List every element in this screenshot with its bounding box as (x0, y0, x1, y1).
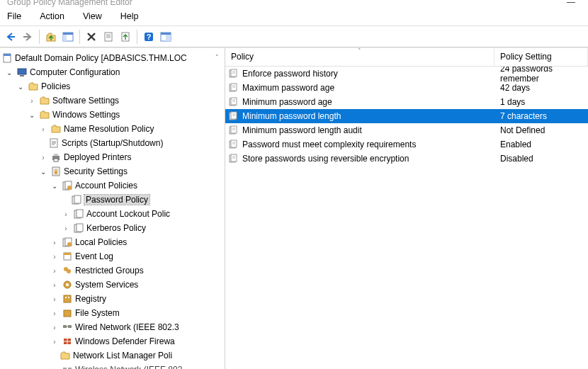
menubar: File Action View Help (0, 7, 588, 26)
expand-icon[interactable]: › (50, 336, 60, 346)
policy-icon (1, 52, 13, 64)
tree-item-label: Kerberos Policy (86, 223, 146, 233)
tree-item-label: Network List Manager Poli (73, 351, 172, 361)
policy-row[interactable]: Maximum password age42 days (225, 81, 588, 95)
policy-row[interactable]: Minimum password length auditNot Defined (225, 123, 588, 137)
computer-icon (16, 67, 28, 78)
tree-pane[interactable]: ˄ Default Domain Policy [ADBASICS.THM.LO… (0, 48, 225, 369)
tree-node-defender-firewall[interactable]: › Windows Defender Firewa (1, 334, 225, 348)
help-button[interactable]: ? (141, 29, 157, 45)
policy-item-icon (228, 153, 239, 164)
policy-setting: 7 characters (500, 111, 547, 121)
groups-icon (62, 265, 73, 276)
toolbar-separator (39, 30, 40, 44)
policy-row[interactable]: Minimum password age1 days (225, 95, 588, 109)
expand-icon[interactable]: › (61, 209, 71, 219)
forward-button[interactable] (20, 29, 35, 45)
svg-rect-12 (161, 33, 171, 35)
up-button[interactable] (43, 29, 59, 45)
expand-icon[interactable]: › (27, 96, 37, 106)
tree-node-wireless-network[interactable]: › Wireless Network (IEEE 802 (1, 363, 225, 369)
menu-file[interactable]: File (4, 10, 24, 23)
expand-icon[interactable]: › (50, 308, 60, 318)
show-hide-tree-button[interactable] (60, 29, 76, 45)
expand-icon[interactable]: › (50, 237, 60, 247)
tree-node-name-resolution[interactable]: › Name Resolution Policy (1, 122, 225, 136)
tree-node-system-services[interactable]: › System Services (1, 278, 225, 292)
policy-row[interactable]: Password must meet complexity requiremen… (225, 137, 588, 152)
tree-root-node[interactable]: Default Domain Policy [ADBASICS.THM.LOC (1, 51, 225, 65)
svg-rect-2 (63, 33, 73, 35)
tree-item-label: Account Lockout Polic (86, 209, 170, 219)
expand-icon[interactable]: › (38, 152, 48, 162)
tree-node-account-lockout[interactable]: › Account Lockout Polic (1, 207, 225, 221)
tree-item-label: Default Domain Policy [ADBASICS.THM.LOC (15, 53, 187, 63)
titlebar: Group Policy Management Editor — (0, 0, 588, 7)
policy-item-icon (228, 125, 239, 136)
column-header-policy[interactable]: Policy ˄ (225, 48, 494, 66)
expand-icon[interactable]: ⌄ (38, 166, 48, 176)
tree-node-computer-config[interactable]: ⌄ Computer Configuration (1, 65, 225, 79)
properties-button[interactable] (101, 29, 116, 45)
policy-group-icon (62, 237, 73, 248)
tree-node-wired-network[interactable]: › Wired Network (IEEE 802.3 (1, 320, 225, 334)
expand-icon[interactable]: › (50, 322, 60, 332)
minimize-button[interactable]: — (567, 0, 575, 7)
tree-node-policies[interactable]: ⌄ Policies (1, 79, 225, 93)
tree-node-restricted-groups[interactable]: › Restricted Groups (1, 263, 225, 278)
expand-icon[interactable]: ⌄ (27, 110, 37, 120)
menu-action[interactable]: Action (37, 10, 67, 23)
export-button[interactable] (118, 29, 133, 45)
svg-rect-28 (74, 195, 81, 203)
svg-rect-4 (105, 33, 112, 41)
column-header-label: Policy (231, 52, 254, 62)
tree-node-windows-settings[interactable]: ⌄ Windows Settings (1, 108, 225, 122)
tree-node-software-settings[interactable]: › Software Settings (1, 93, 225, 108)
expand-icon[interactable]: ⌄ (50, 181, 60, 191)
expand-icon[interactable]: › (61, 223, 71, 233)
menu-help[interactable]: Help (118, 10, 142, 23)
expand-icon[interactable]: › (50, 280, 60, 290)
tree-node-nlm-policies[interactable]: Network List Manager Poli (1, 348, 225, 363)
filter-button[interactable] (158, 29, 174, 45)
policy-row[interactable]: Minimum password length7 characters (225, 109, 588, 123)
policy-row[interactable]: Store passwords using reversible encrypt… (225, 152, 588, 166)
tree-node-local-policies[interactable]: › Local Policies (1, 235, 225, 249)
tree-node-password-policy[interactable]: Password Policy (1, 193, 225, 207)
policy-name: Password must meet complexity requiremen… (242, 140, 416, 149)
window-controls: — (567, 0, 581, 7)
tree-scroll-up[interactable]: ˄ (212, 52, 222, 62)
tree-node-registry[interactable]: › Registry (1, 292, 225, 306)
list-body[interactable]: Enforce password history24 passwords rem… (225, 67, 588, 369)
expand-icon[interactable]: › (50, 294, 60, 304)
tree-node-file-system[interactable]: › File System (1, 306, 225, 320)
tree-node-scripts[interactable]: Scripts (Startup/Shutdown) (1, 136, 225, 150)
expand-icon[interactable]: › (50, 251, 60, 261)
menu-view[interactable]: View (80, 10, 105, 23)
tree-item-label: Windows Settings (52, 110, 120, 120)
tree-node-deployed-printers[interactable]: › Deployed Printers (1, 150, 225, 164)
policy-item-icon (73, 208, 84, 220)
policy-row[interactable]: Enforce password history24 passwords rem… (225, 67, 588, 81)
expand-icon[interactable]: › (50, 266, 60, 276)
file-system-icon (62, 307, 73, 319)
expand-icon[interactable]: ⌄ (4, 67, 14, 77)
policy-item-icon (73, 222, 84, 234)
expand-icon[interactable]: › (38, 124, 48, 134)
expand-icon[interactable]: › (50, 365, 60, 369)
folder-icon (28, 81, 39, 92)
policy-name: Minimum password age (242, 97, 332, 107)
delete-button[interactable] (84, 29, 99, 45)
tree-node-account-policies[interactable]: ⌄ Account Policies (1, 178, 225, 193)
svg-rect-3 (63, 35, 67, 41)
policy-name: Store passwords using reversible encrypt… (242, 154, 409, 164)
tree-node-security-settings[interactable]: ⌄ Security Settings (1, 164, 225, 178)
column-header-setting[interactable]: Policy Setting (494, 48, 588, 66)
event-log-icon (62, 251, 73, 262)
back-button[interactable] (3, 29, 18, 45)
tree-node-event-log[interactable]: › Event Log (1, 249, 225, 263)
tree-node-kerberos[interactable]: › Kerberos Policy (1, 221, 225, 235)
expand-icon[interactable]: ⌄ (16, 81, 26, 91)
folder-icon (50, 123, 62, 135)
security-icon (50, 166, 62, 177)
